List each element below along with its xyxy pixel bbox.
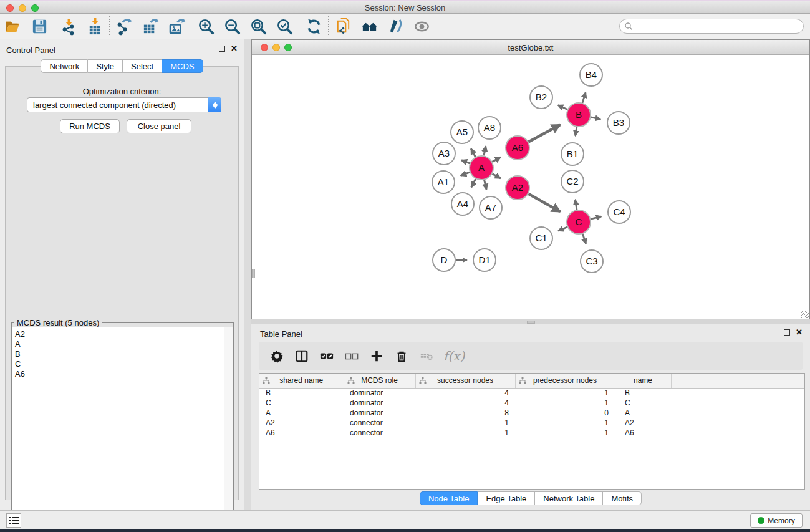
node-D[interactable]: D xyxy=(433,249,455,271)
create-new-column-icon[interactable] xyxy=(369,348,385,364)
edge-A-A3[interactable] xyxy=(461,160,470,163)
table-cell[interactable]: A6 xyxy=(615,428,671,438)
node-B3[interactable]: B3 xyxy=(607,112,630,134)
function-builder-icon[interactable]: f(x) xyxy=(443,349,465,364)
column-header-mcds-role[interactable]: MCDS role xyxy=(344,374,415,388)
table-row[interactable]: Cdominator41C xyxy=(259,398,804,408)
zoom-in-icon[interactable] xyxy=(193,16,219,37)
edge-A-A6[interactable] xyxy=(493,157,501,162)
import-network-icon[interactable] xyxy=(55,16,82,37)
edge-A-A4[interactable] xyxy=(471,179,476,188)
run-mcds-button[interactable]: Run MCDS xyxy=(60,119,120,133)
toolbar-search-field[interactable] xyxy=(619,19,804,34)
node-B1[interactable]: B1 xyxy=(561,143,584,165)
node-A3[interactable]: A3 xyxy=(433,142,455,165)
node-C1[interactable]: C1 xyxy=(530,227,552,249)
home-pages-icon[interactable] xyxy=(356,16,382,37)
table-close-panel-icon[interactable]: ✕ xyxy=(796,329,803,336)
export-table-icon[interactable] xyxy=(137,16,163,37)
tab-style[interactable]: Style xyxy=(88,59,123,73)
delete-table-icon[interactable] xyxy=(418,348,435,364)
node-A5[interactable]: A5 xyxy=(451,121,473,143)
mcds-result-scrollbar[interactable] xyxy=(224,327,233,532)
table-cell[interactable]: 8 xyxy=(415,408,515,418)
node-A4[interactable]: A4 xyxy=(451,193,474,215)
refresh-view-icon[interactable] xyxy=(301,16,327,37)
edge-A-A7[interactable] xyxy=(485,180,487,189)
node-C3[interactable]: C3 xyxy=(581,250,603,273)
toggle-graphics-details-icon[interactable] xyxy=(382,16,408,37)
export-network-icon[interactable] xyxy=(111,16,137,37)
new-network-from-selection-icon[interactable] xyxy=(330,16,356,37)
table-row[interactable]: A2connector11A2 xyxy=(259,418,804,428)
tab-select[interactable]: Select xyxy=(123,59,162,73)
node-D1[interactable]: D1 xyxy=(473,249,496,271)
zoom-out-icon[interactable] xyxy=(219,16,245,37)
tab-mcds[interactable]: MCDS xyxy=(162,59,203,73)
table-cell[interactable]: A2 xyxy=(615,418,671,428)
network-resize-grip[interactable] xyxy=(801,311,809,318)
network-hscroll-thumb[interactable] xyxy=(527,321,535,324)
edge-B-B4[interactable] xyxy=(582,92,586,103)
table-cell[interactable]: 0 xyxy=(515,408,615,418)
table-settings-gear-icon[interactable] xyxy=(269,348,285,364)
tab-network[interactable]: Network xyxy=(41,59,88,73)
edge-A-A1[interactable] xyxy=(461,172,470,175)
node-A6[interactable]: A6 xyxy=(506,136,529,160)
table-cell[interactable]: B xyxy=(615,388,671,398)
search-input[interactable] xyxy=(633,21,803,32)
mcds-result-item[interactable]: C xyxy=(15,359,224,369)
table-cell[interactable]: A xyxy=(615,408,671,418)
edge-A-A8[interactable] xyxy=(484,146,486,155)
edge-A2-C[interactable] xyxy=(528,194,560,212)
mcds-result-item[interactable]: A2 xyxy=(15,329,224,339)
table-tab-motifs[interactable]: Motifs xyxy=(603,491,642,505)
table-cell[interactable]: connector xyxy=(344,428,415,438)
table-cell[interactable]: B xyxy=(259,388,344,398)
table-cell[interactable]: 1 xyxy=(415,418,515,428)
table-cell[interactable]: A6 xyxy=(259,428,344,438)
table-tab-network-table[interactable]: Network Table xyxy=(535,491,603,505)
edge-C-C3[interactable] xyxy=(582,234,586,244)
table-cell[interactable]: 1 xyxy=(515,418,615,428)
edge-C-C1[interactable] xyxy=(558,227,567,231)
mcds-result-item[interactable]: B xyxy=(15,349,224,359)
node-A8[interactable]: A8 xyxy=(478,117,501,139)
table-row[interactable]: Adominator80A xyxy=(259,408,804,418)
node-C4[interactable]: C4 xyxy=(608,201,630,223)
edge-C-C4[interactable] xyxy=(591,216,601,219)
table-tab-edge-table[interactable]: Edge Table xyxy=(478,491,535,505)
node-A1[interactable]: A1 xyxy=(432,171,455,193)
edge-A6-B[interactable] xyxy=(529,125,561,142)
edge-B-B1[interactable] xyxy=(576,127,577,136)
criterion-dropdown[interactable]: largest connected component (directed) xyxy=(27,97,221,112)
edge-A-A2[interactable] xyxy=(493,174,501,178)
panel-divider[interactable] xyxy=(244,39,251,510)
table-row[interactable]: A6connector11A6 xyxy=(259,428,804,438)
network-vscroll-thumb[interactable] xyxy=(252,269,255,278)
zoom-fit-content-icon[interactable] xyxy=(245,16,271,37)
table-cell[interactable]: A xyxy=(259,408,344,418)
column-header-name[interactable]: name xyxy=(615,374,671,388)
import-table-icon[interactable] xyxy=(82,16,108,37)
node-B4[interactable]: B4 xyxy=(580,64,602,86)
table-cell[interactable]: 1 xyxy=(415,428,515,438)
node-B[interactable]: B xyxy=(567,103,591,127)
column-header-successor-nodes[interactable]: successor nodes xyxy=(415,374,515,388)
export-image-icon[interactable] xyxy=(163,16,190,37)
network-window-titlebar[interactable]: testGlobe.txt xyxy=(252,40,809,55)
memory-button[interactable]: Memory xyxy=(750,513,803,528)
edge-A-A5[interactable] xyxy=(471,148,475,157)
table-cell[interactable]: C xyxy=(615,398,671,408)
table-cell[interactable]: dominator xyxy=(344,388,415,398)
column-header-predecessor-nodes[interactable]: predecessor nodes xyxy=(515,374,615,388)
select-all-columns-icon[interactable] xyxy=(319,348,335,364)
task-history-button[interactable] xyxy=(6,513,21,528)
table-float-panel-icon[interactable] xyxy=(784,329,790,336)
close-panel-button[interactable]: Close panel xyxy=(127,119,191,133)
node-C2[interactable]: C2 xyxy=(561,170,584,193)
table-cell[interactable]: dominator xyxy=(344,408,415,418)
open-session-icon[interactable] xyxy=(0,16,26,37)
mcds-result-item[interactable]: A6 xyxy=(15,369,224,379)
node-A7[interactable]: A7 xyxy=(480,196,502,219)
